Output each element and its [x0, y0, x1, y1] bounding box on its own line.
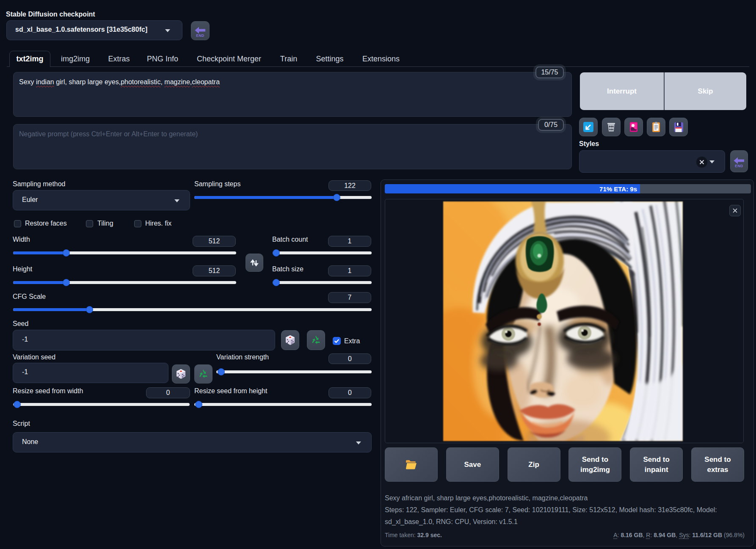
svg-text:END: END [735, 164, 743, 168]
svg-text:END: END [196, 33, 204, 37]
